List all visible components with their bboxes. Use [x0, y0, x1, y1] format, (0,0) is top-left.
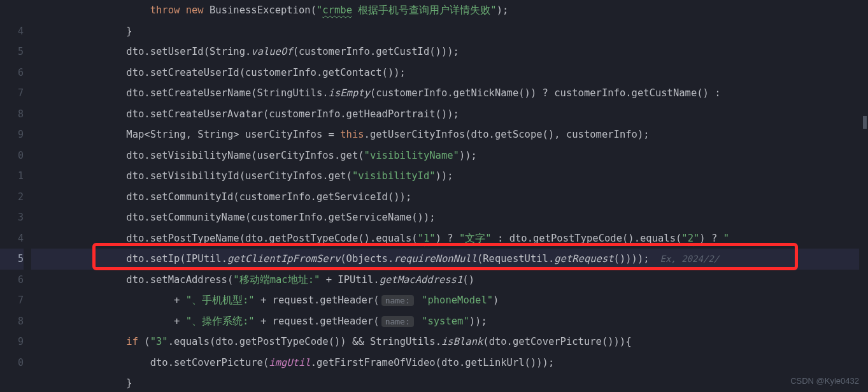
code-line[interactable]: dto.setMacAddress("移动端mac地址:" + IPUtil.g… [31, 270, 868, 291]
code-line[interactable]: } [31, 21, 868, 42]
line-number: 9 [0, 124, 24, 145]
code-line[interactable]: dto.setUserId(String.valueOf(customerInf… [31, 41, 868, 62]
line-gutter: 4 5 6 7 8 9 0 1 2 3 4 5 6 7 8 9 0 [0, 0, 31, 392]
code-line[interactable]: + "、操作系统:" + request.getHeader(name: "sy… [31, 311, 868, 332]
line-number: 5 [0, 41, 24, 62]
line-number: 7 [0, 83, 24, 104]
code-line[interactable]: dto.setCoverPicture(imgUtil.getFirstFram… [31, 352, 868, 374]
line-number: 8 [0, 311, 24, 332]
line-number: 7 [0, 290, 24, 311]
code-line[interactable]: Map<String, String> userCityInfos = this… [31, 124, 868, 145]
line-number: 6 [0, 270, 24, 291]
line-number [0, 373, 24, 392]
minimap-marker [863, 116, 867, 129]
code-line[interactable]: dto.setCommunityName(customerInfo.getSer… [31, 207, 868, 228]
code-line[interactable]: throw new BusinessException("crmbe 根据手机号… [31, 0, 868, 21]
minimap-scrollbar[interactable] [859, 0, 868, 392]
line-number: 3 [0, 207, 24, 228]
code-line[interactable]: if ("3".equals(dto.getPostTypeCode()) &&… [31, 331, 868, 352]
line-number: 6 [0, 62, 24, 83]
line-number: 4 [0, 21, 24, 42]
code-line[interactable]: + "、手机机型:" + request.getHeader(name: "ph… [31, 290, 868, 311]
line-number: 9 [0, 331, 24, 352]
code-editor[interactable]: 4 5 6 7 8 9 0 1 2 3 4 5 6 7 8 9 0 throw … [0, 0, 868, 392]
line-number: 5 [0, 249, 24, 270]
line-number: 0 [0, 352, 24, 374]
code-line-highlighted[interactable]: dto.setIp(IPUtil.getClientIpFromServ(Obj… [31, 249, 868, 270]
author-inlay-hint: Ex, 2024/2/ [650, 254, 720, 264]
code-line[interactable]: } [31, 373, 868, 392]
code-line[interactable]: dto.setVisibilityId(userCityInfos.get("v… [31, 166, 868, 187]
code-line[interactable]: dto.setCommunityId(customerInfo.getServi… [31, 187, 868, 208]
code-line[interactable]: dto.setCreateUserAvatar(customerInfo.get… [31, 104, 868, 125]
code-line[interactable]: dto.setCreateUserName(StringUtils.isEmpt… [31, 83, 868, 104]
line-number: 0 [0, 145, 24, 166]
line-number: 4 [0, 228, 24, 249]
line-number [0, 0, 24, 21]
line-number: 2 [0, 187, 24, 208]
watermark-text: CSDN @Kyle0432 [790, 376, 859, 386]
line-number: 1 [0, 166, 24, 187]
code-line[interactable]: dto.setCreateUserId(customerInfo.getCont… [31, 62, 868, 83]
line-number: 8 [0, 104, 24, 125]
param-hint: name: [381, 295, 414, 306]
code-area[interactable]: throw new BusinessException("crmbe 根据手机号… [31, 0, 868, 392]
param-hint: name: [381, 316, 414, 327]
code-line[interactable]: dto.setPostTypeName(dto.getPostTypeCode(… [31, 228, 868, 249]
code-line[interactable]: dto.setVisibilityName(userCityInfos.get(… [31, 145, 868, 166]
